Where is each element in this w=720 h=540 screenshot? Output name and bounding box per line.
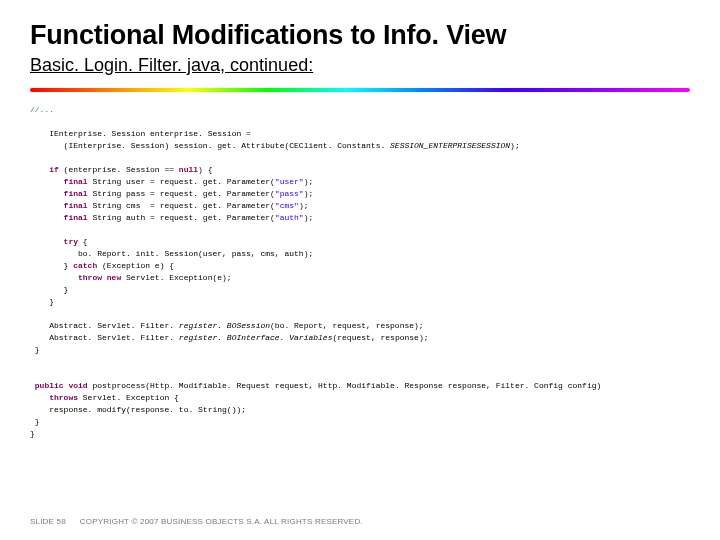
slide-number: SLIDE 58: [30, 517, 66, 526]
copyright-text: COPYRIGHT © 2007 BUSINESS OBJECTS S.A. A…: [80, 517, 363, 526]
slide-title: Functional Modifications to Info. View: [30, 20, 690, 51]
slide: Functional Modifications to Info. View B…: [0, 0, 720, 540]
code-listing: //... IEnterprise. Session enterprise. S…: [30, 104, 690, 440]
slide-footer: SLIDE 58 COPYRIGHT © 2007 BUSINESS OBJEC…: [30, 517, 363, 526]
slide-subtitle: Basic. Login. Filter. java, continued:: [30, 55, 690, 76]
slide-header: Functional Modifications to Info. View B…: [0, 0, 720, 80]
code-block: //... IEnterprise. Session enterprise. S…: [0, 92, 720, 540]
